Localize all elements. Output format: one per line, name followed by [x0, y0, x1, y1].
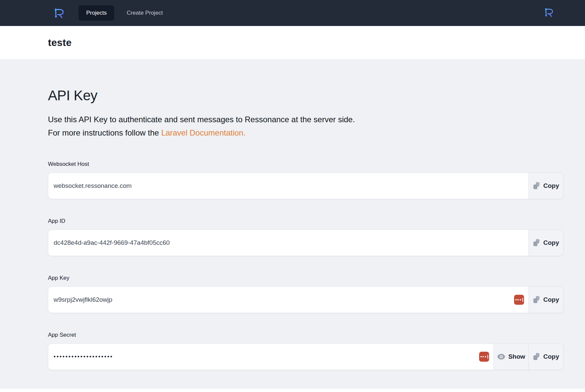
- field-websocket-host: Websocket Host Copy: [48, 161, 564, 199]
- description-line-2: For more instructions follow the: [48, 128, 161, 137]
- copy-app-id-button[interactable]: Copy: [528, 229, 564, 256]
- app-id-label: App ID: [48, 218, 564, 224]
- copy-button-label: Copy: [543, 353, 559, 360]
- password-manager-autofill-icon[interactable]: [514, 295, 524, 305]
- copy-app-key-button[interactable]: Copy: [528, 286, 564, 313]
- project-title: teste: [48, 37, 72, 48]
- copy-button-label: Copy: [543, 296, 559, 303]
- page-header: teste: [0, 26, 585, 60]
- websocket-host-label: Websocket Host: [48, 161, 564, 168]
- field-app-key: App Key Copy: [48, 275, 564, 313]
- copy-icon: [533, 353, 540, 361]
- app-id-input[interactable]: [48, 229, 529, 256]
- section-title: API Key: [48, 88, 564, 104]
- description-line-1: Use this API Key to authenticate and sen…: [48, 115, 355, 124]
- copy-icon: [533, 296, 540, 304]
- bottom-strip: [0, 389, 585, 392]
- websocket-host-input[interactable]: [48, 173, 529, 199]
- field-app-secret: App Secret Show: [48, 332, 564, 370]
- field-app-id: App ID Copy: [48, 218, 564, 256]
- app-key-label: App Key: [48, 275, 564, 281]
- eye-icon: [497, 354, 505, 360]
- api-key-section: API Key Use this API Key to authenticate…: [0, 60, 585, 389]
- show-app-secret-button[interactable]: Show: [493, 343, 529, 370]
- section-description: Use this API Key to authenticate and sen…: [48, 113, 564, 140]
- copy-button-label: Copy: [543, 239, 559, 246]
- laravel-documentation-link[interactable]: Laravel Documentation.: [161, 128, 245, 137]
- app-secret-label: App Secret: [48, 332, 564, 338]
- top-nav: Projects Create Project: [0, 0, 585, 26]
- copy-app-secret-button[interactable]: Copy: [528, 343, 564, 370]
- nav-item-create-project[interactable]: Create Project: [127, 10, 163, 16]
- app-secret-input[interactable]: [48, 343, 494, 370]
- show-button-label: Show: [508, 353, 525, 360]
- ressonance-logo-icon[interactable]: [53, 7, 66, 19]
- password-manager-autofill-icon[interactable]: [479, 352, 489, 362]
- app-key-input[interactable]: [48, 286, 529, 313]
- ressonance-logo-icon-right[interactable]: [544, 7, 556, 19]
- copy-websocket-host-button[interactable]: Copy: [528, 173, 564, 199]
- copy-icon: [533, 239, 540, 247]
- copy-button-label: Copy: [543, 182, 559, 190]
- nav-item-projects[interactable]: Projects: [79, 5, 114, 21]
- copy-icon: [533, 182, 540, 190]
